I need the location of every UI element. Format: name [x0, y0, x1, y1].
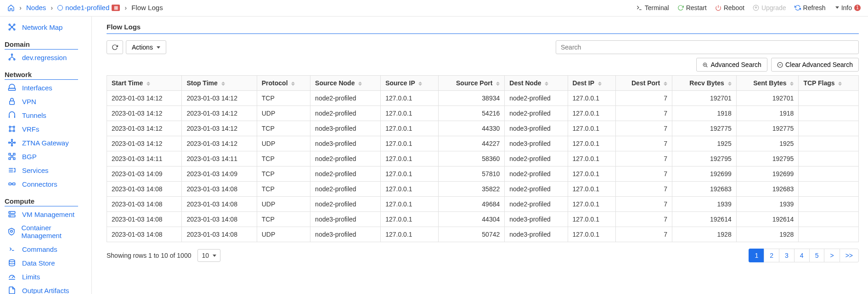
search-input[interactable]: [556, 40, 859, 54]
table-row[interactable]: 2023-01-03 14:122023-01-03 14:12UDPnode2…: [107, 106, 859, 121]
page-size-value: 10: [202, 252, 209, 259]
sidebar-item-connectors[interactable]: Connectors: [5, 177, 91, 191]
sidebar-item-label: dev.regression: [22, 54, 67, 61]
column-header[interactable]: Source IP: [381, 76, 439, 91]
page-button[interactable]: >>: [840, 249, 859, 262]
column-header[interactable]: TCP Flags: [799, 76, 859, 91]
sidebar-item-bgp[interactable]: BGP: [5, 150, 91, 163]
page-button[interactable]: 4: [794, 249, 810, 262]
sidebar-item-container-management[interactable]: Container Management: [5, 221, 91, 242]
home-icon[interactable]: [7, 4, 15, 11]
sidebar-item-services[interactable]: Services: [5, 163, 91, 177]
table-row[interactable]: 2023-01-03 14:122023-01-03 14:12TCPnode3…: [107, 121, 859, 136]
clear-advanced-search-button[interactable]: Clear Advanced Search: [771, 58, 859, 72]
column-header[interactable]: Dest Port: [616, 76, 672, 91]
table-cell: 7: [616, 182, 672, 197]
sidebar-item-network-map[interactable]: Network Map: [5, 20, 91, 34]
terminal-label: Terminal: [645, 4, 669, 11]
table-row[interactable]: 2023-01-03 14:122023-01-03 14:12TCPnode2…: [107, 91, 859, 106]
column-header[interactable]: Sent Bytes: [736, 76, 799, 91]
page-button[interactable]: 2: [764, 249, 779, 262]
breadcrumb-current: Flow Logs: [131, 4, 163, 11]
table-cell: node3-profiled: [310, 227, 381, 242]
sidebar-section-compute: Compute: [5, 196, 78, 206]
page-size-dropdown[interactable]: 10: [197, 249, 220, 262]
terminal-button[interactable]: Terminal: [636, 4, 669, 11]
limits-icon: [7, 272, 17, 281]
column-header[interactable]: Dest IP: [568, 76, 615, 91]
page-button[interactable]: 3: [779, 249, 795, 262]
svg-line-58: [12, 276, 14, 278]
vm-icon: [7, 210, 17, 218]
table-row[interactable]: 2023-01-03 14:082023-01-03 14:08TCPnode3…: [107, 212, 859, 227]
table-row[interactable]: 2023-01-03 14:082023-01-03 14:08TCPnode2…: [107, 182, 859, 197]
sidebar-item-label: Output Artifacts: [22, 287, 69, 294]
column-header[interactable]: Recv Bytes: [672, 76, 737, 91]
sort-icon: [545, 82, 548, 86]
sidebar-item-interfaces[interactable]: Interfaces: [5, 81, 91, 94]
breadcrumb-node[interactable]: node1-profiled ▦: [57, 4, 120, 11]
table-cell: TCP: [257, 182, 310, 197]
table-cell: 127.0.0.1: [381, 121, 439, 136]
page-button[interactable]: 1: [749, 249, 764, 262]
sidebar-item-vm-management[interactable]: VM Management: [5, 207, 91, 221]
reload-button[interactable]: [107, 40, 123, 54]
sidebar-item-output-artifacts[interactable]: Output Artifacts: [5, 283, 91, 294]
table-cell: 127.0.0.1: [568, 166, 615, 182]
advanced-search-button[interactable]: Advanced Search: [696, 58, 767, 72]
table-cell: node2-profiled: [505, 166, 568, 182]
column-header[interactable]: Start Time: [107, 76, 182, 91]
sidebar-item-ztna-gateway[interactable]: ZTNA Gateway: [5, 136, 91, 150]
info-label: Info: [841, 4, 852, 11]
caret-down-icon: [835, 6, 839, 9]
table-cell: node3-profiled: [310, 212, 381, 227]
table-cell: 127.0.0.1: [568, 106, 615, 121]
sidebar-item-commands[interactable]: Commands: [5, 242, 91, 256]
sidebar-item-data-store[interactable]: Data Store: [5, 256, 91, 270]
table-cell: node2-profiled: [310, 151, 381, 166]
column-header[interactable]: Stop Time: [182, 76, 257, 91]
sidebar-item-dev-regression[interactable]: dev.regression: [5, 50, 91, 64]
artifacts-icon: [7, 286, 17, 294]
table-cell: 1928: [736, 227, 799, 242]
info-button[interactable]: Info 1: [834, 4, 861, 11]
sidebar-item-vrfs[interactable]: VRFs: [5, 122, 91, 136]
vpn-icon: [7, 97, 17, 105]
sidebar-item-vpn[interactable]: VPN: [5, 94, 91, 108]
svg-line-10: [12, 28, 14, 29]
table-cell: 192699: [736, 166, 799, 182]
sidebar-item-tunnels[interactable]: Tunnels: [5, 108, 91, 122]
column-header[interactable]: Source Port: [438, 76, 504, 91]
breadcrumb-nodes[interactable]: Nodes: [26, 4, 46, 11]
reboot-button[interactable]: Reboot: [715, 4, 744, 11]
table-row[interactable]: 2023-01-03 14:112023-01-03 14:11TCPnode2…: [107, 151, 859, 166]
table-row[interactable]: 2023-01-03 14:082023-01-03 14:08UDPnode3…: [107, 227, 859, 242]
table-cell: 49684: [438, 197, 504, 212]
svg-point-15: [14, 59, 15, 60]
caret-down-icon: [157, 46, 160, 49]
column-header[interactable]: Dest Node: [505, 76, 568, 91]
svg-point-6: [9, 29, 10, 30]
table-row[interactable]: 2023-01-03 14:082023-01-03 14:08UDPnode2…: [107, 197, 859, 212]
column-header[interactable]: Source Node: [310, 76, 381, 91]
sidebar-item-label: ZTNA Gateway: [22, 139, 69, 147]
table-cell: TCP: [257, 166, 310, 182]
table-cell: 2023-01-03 14:12: [182, 121, 257, 136]
vrfs-icon: [7, 125, 17, 133]
page-button[interactable]: >: [824, 249, 840, 262]
actions-dropdown[interactable]: Actions: [126, 40, 166, 54]
page-button[interactable]: 5: [809, 249, 825, 262]
restart-button[interactable]: Restart: [677, 4, 707, 11]
refresh-button[interactable]: Refresh: [795, 4, 826, 11]
table-cell: 127.0.0.1: [381, 91, 439, 106]
svg-line-9: [10, 25, 11, 27]
sidebar-item-limits[interactable]: Limits: [5, 270, 91, 283]
column-label: Protocol: [262, 79, 288, 87]
table-row[interactable]: 2023-01-03 14:122023-01-03 14:12UDPnode3…: [107, 136, 859, 151]
table-cell: node2-profiled: [505, 182, 568, 197]
column-header[interactable]: Protocol: [257, 76, 310, 91]
chevron-right-icon: ›: [124, 4, 127, 11]
actions-label: Actions: [132, 44, 153, 51]
table-row[interactable]: 2023-01-03 14:092023-01-03 14:09TCPnode2…: [107, 166, 859, 182]
table-cell: 1928: [672, 227, 737, 242]
